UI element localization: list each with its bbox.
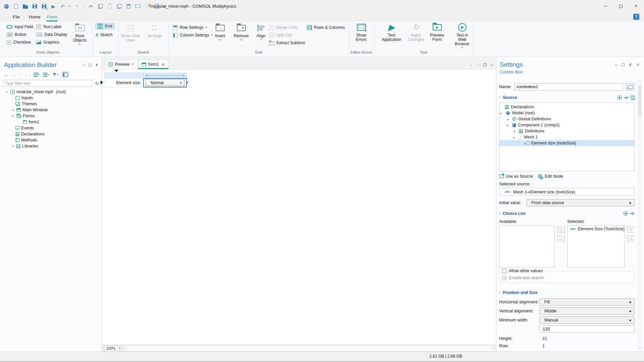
- collapse-all-button[interactable]: [43, 73, 49, 77]
- clear-selection-icon[interactable]: [144, 3, 150, 9]
- edit-node-button[interactable]: Edit Node: [538, 174, 563, 179]
- tree-item-methods[interactable]: Methods: [0, 137, 102, 143]
- switch-to-source-icon[interactable]: [624, 96, 629, 100]
- run-application-icon[interactable]: ▶: [50, 3, 56, 9]
- form-canvas[interactable]: Element size: Normal ▼: [102, 69, 496, 345]
- save-with-preview-icon[interactable]: [41, 3, 47, 9]
- menu-form[interactable]: Form: [47, 12, 57, 21]
- initial-value-dropdown[interactable]: From data source: [526, 199, 635, 206]
- settings-scrollbar[interactable]: [637, 80, 642, 350]
- tree-item-forms[interactable]: Forms: [0, 113, 102, 119]
- add-source-icon[interactable]: [617, 95, 622, 100]
- row-settings-button[interactable]: Row Settings: [173, 24, 207, 31]
- more-objects-button[interactable]: More Objects: [68, 23, 91, 45]
- source-item-model-root[interactable]: Model (root): [499, 110, 634, 116]
- editor-menu-icon[interactable]: [490, 63, 493, 66]
- name-input[interactable]: [514, 83, 623, 90]
- save-icon[interactable]: [32, 3, 38, 9]
- add-new-choice-list-icon[interactable]: [630, 212, 635, 216]
- duplicate-icon[interactable]: [116, 3, 122, 9]
- column-settings-button[interactable]: Column Settings: [173, 32, 213, 39]
- source-item-global-definitions[interactable]: Global Definitions: [499, 116, 634, 122]
- go-to-node-button[interactable]: [626, 83, 635, 90]
- nav-back-icon[interactable]: ←: [4, 72, 9, 77]
- preview-pin-icon[interactable]: [131, 63, 134, 66]
- panel-pin-icon[interactable]: [95, 63, 98, 67]
- selected-combobox-cell[interactable]: Normal ▼: [143, 78, 187, 87]
- resize-handle[interactable]: [186, 81, 188, 84]
- settings-close-icon[interactable]: [636, 63, 639, 66]
- close-button[interactable]: [629, 0, 644, 12]
- section-source[interactable]: Source: [499, 95, 635, 100]
- editor-maximize-icon[interactable]: [483, 63, 486, 66]
- menu-file[interactable]: File: [13, 12, 20, 21]
- minimize-button[interactable]: [598, 0, 613, 12]
- tree-item-main-window[interactable]: Main Window: [0, 107, 102, 113]
- help-icon[interactable]: [633, 14, 639, 20]
- open-file-icon[interactable]: [22, 3, 28, 9]
- source-item-element-size[interactable]: a Element size (toolsSize): [499, 140, 634, 146]
- zoom-dropdown-icon[interactable]: ▼: [117, 346, 122, 351]
- checkbox-button[interactable]: Checkbox: [7, 39, 31, 46]
- show-errors-button[interactable]: Show Errors: [351, 22, 372, 42]
- rows-columns-button[interactable]: Rows & Columns: [307, 24, 345, 31]
- expand-all-button[interactable]: [34, 73, 40, 77]
- settings-collapse-icon[interactable]: [615, 63, 618, 66]
- add-choice-list-icon[interactable]: [623, 211, 628, 216]
- text-label-button[interactable]: Text Label: [36, 23, 61, 30]
- insert-button[interactable]: Insert: [211, 23, 229, 41]
- scroll-right-icon[interactable]: [491, 347, 493, 349]
- align-button[interactable]: Align: [253, 23, 269, 41]
- tree-item-form1[interactable]: form1: [0, 119, 102, 125]
- copy-icon[interactable]: [97, 3, 103, 9]
- undo-icon[interactable]: ↶: [60, 3, 66, 9]
- element-size-combobox[interactable]: Normal ▼: [146, 79, 184, 86]
- selected-listbox[interactable]: abc Element Size (ToolsSize): [567, 225, 625, 267]
- graphics-button[interactable]: Graphics: [36, 39, 59, 46]
- section-position-and-size[interactable]: Position and Size: [499, 290, 635, 295]
- remove-button[interactable]: Remove: [231, 23, 251, 41]
- panel-collapse-icon[interactable]: [83, 63, 85, 66]
- cut-icon[interactable]: ✂: [88, 3, 94, 9]
- tab-form1[interactable]: form1: [138, 59, 168, 69]
- tree-item-declarations[interactable]: Declarations: [0, 131, 102, 137]
- source-item-mesh1[interactable]: Mesh 1: [499, 134, 634, 140]
- sketch-layout-button[interactable]: Sketch: [96, 32, 112, 38]
- element-size-text-label[interactable]: Element size:: [105, 78, 143, 87]
- source-item-component1[interactable]: Component 1 (comp1): [499, 122, 634, 128]
- undo-dropdown-icon[interactable]: [69, 5, 71, 7]
- tree-item-libraries[interactable]: Libraries: [0, 143, 102, 149]
- grid-column1-header[interactable]: [105, 73, 143, 78]
- scroll-down-icon[interactable]: [639, 347, 641, 349]
- available-listbox[interactable]: [499, 225, 554, 267]
- vertical-alignment-dropdown[interactable]: Middle: [539, 307, 635, 315]
- horizontal-alignment-dropdown[interactable]: Fill: [539, 298, 635, 306]
- button-button[interactable]: Button: [7, 31, 26, 38]
- source-item-definitions[interactable]: Definitions: [499, 128, 634, 134]
- minimum-width-input[interactable]: [539, 325, 635, 333]
- settings-float-icon[interactable]: [622, 63, 625, 66]
- create-new-declaration-icon[interactable]: [631, 96, 635, 100]
- maximize-button[interactable]: [613, 0, 629, 12]
- panel-float-icon[interactable]: [89, 64, 92, 67]
- tree-item-inputs[interactable]: Inputs: [0, 95, 102, 101]
- source-tree[interactable]: Declarations Model (root) Global Definit…: [499, 103, 635, 171]
- filter-button[interactable]: [52, 73, 59, 76]
- data-display-button[interactable]: Data Display: [36, 31, 67, 38]
- test-in-web-browser-button[interactable]: Test in Web Browser: [452, 22, 473, 48]
- minimum-width-dropdown[interactable]: Manual: [539, 316, 635, 324]
- grid-layout-button[interactable]: Grid: [95, 23, 115, 29]
- test-application-button[interactable]: ▶ Test Application: [378, 22, 405, 42]
- grid-column2-header[interactable]: [143, 73, 187, 78]
- scrollbar-thumb[interactable]: [638, 85, 641, 117]
- tree-item-themes[interactable]: Themes: [0, 101, 102, 107]
- input-field-button[interactable]: Input Field: [7, 23, 33, 30]
- menu-home[interactable]: Home: [29, 12, 41, 21]
- new-file-icon[interactable]: [13, 3, 19, 9]
- allow-other-values-checkbox[interactable]: [502, 269, 506, 273]
- refresh-icon[interactable]: ↻: [95, 81, 99, 86]
- use-as-source-button[interactable]: Use as Source: [499, 174, 533, 179]
- zoom-control[interactable]: 100% ▼: [104, 346, 122, 351]
- tree-item-root[interactable]: modular_mixer.mph(root): [0, 89, 102, 95]
- source-item-declarations[interactable]: Declarations: [499, 104, 634, 110]
